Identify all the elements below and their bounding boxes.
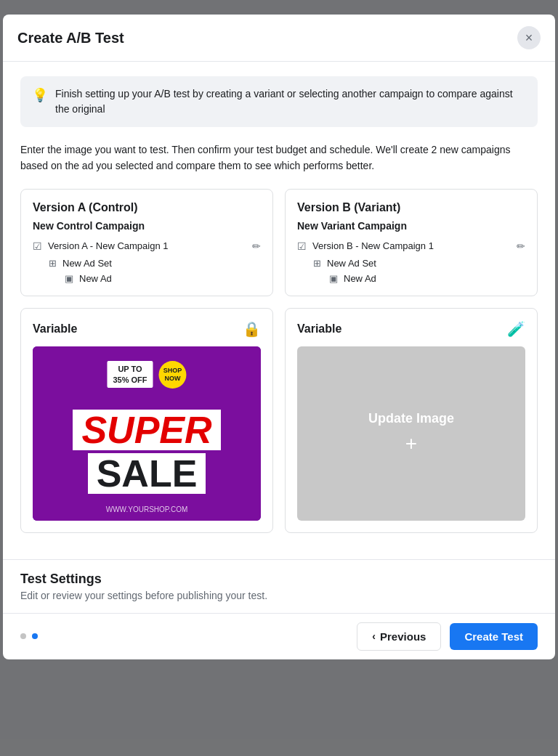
version-b-adset-label: New Ad Set — [327, 258, 376, 269]
previous-button[interactable]: ‹ Previous — [357, 622, 441, 651]
campaign-checkbox-icon-a: ☑ — [33, 240, 42, 252]
variable-grid: Variable 🔒 UP TO35% OFF SHOP NOW SUPER S… — [20, 308, 538, 533]
version-b-title: Version B (Variant) — [297, 201, 525, 214]
lightbulb-icon: 💡 — [32, 87, 48, 103]
modal-header: Create A/B Test × — [3, 15, 555, 62]
variable-a-title: Variable — [33, 322, 77, 336]
version-b-campaign-name: New Variant Campaign — [297, 220, 525, 232]
campaign-checkbox-icon-b: ☑ — [297, 240, 307, 252]
versions-grid: Version A (Control) New Control Campaign… — [20, 189, 538, 296]
update-image-button[interactable]: Update Image + — [297, 346, 525, 521]
modal-footer: ‹ Previous Create Test — [3, 613, 555, 659]
version-a-title: Version A (Control) — [33, 201, 261, 214]
description-text: Enter the image you want to test. Then c… — [20, 142, 538, 174]
version-b-adset-row: ⊞ New Ad Set — [313, 258, 525, 269]
info-banner: 💡 Finish setting up your A/B test by cre… — [20, 76, 538, 127]
plus-icon: + — [405, 432, 417, 455]
variable-a-image: UP TO35% OFF SHOP NOW SUPER SALE WWW.YOU… — [33, 346, 261, 521]
variable-a-header: Variable 🔒 — [33, 320, 261, 338]
variable-a-card: Variable 🔒 UP TO35% OFF SHOP NOW SUPER S… — [20, 308, 273, 533]
edit-icon-b[interactable]: ✏ — [517, 240, 525, 252]
version-b-ad-row: ▣ New Ad — [329, 273, 525, 284]
version-a-campaign-row: ☑ Version A - New Campaign 1 ✏ — [33, 240, 261, 252]
version-a-adset-label: New Ad Set — [62, 258, 112, 269]
modal-body: 💡 Finish setting up your A/B test by cre… — [3, 62, 555, 559]
close-button[interactable]: × — [517, 26, 541, 49]
edit-icon-a[interactable]: ✏ — [252, 240, 261, 252]
test-settings-title: Test Settings — [20, 572, 538, 587]
sale-badge: UP TO35% OFF SHOP NOW — [107, 361, 186, 389]
variable-b-title: Variable — [297, 322, 341, 336]
footer-actions: ‹ Previous Create Test — [357, 622, 538, 651]
shop-now-badge: SHOP NOW — [159, 361, 187, 389]
info-banner-text: Finish setting up your A/B test by creat… — [55, 86, 526, 117]
dot-1 — [20, 633, 26, 639]
dot-2 — [32, 633, 38, 639]
version-a-ad-label: New Ad — [79, 273, 112, 284]
sale-text: SALE — [88, 453, 206, 494]
variable-b-card: Variable 🧪 Update Image + — [285, 308, 538, 533]
update-image-text: Update Image — [368, 411, 454, 426]
pagination-dots — [20, 633, 38, 639]
lock-icon: 🔒 — [243, 320, 261, 338]
modal-title: Create A/B Test — [17, 30, 124, 46]
chevron-left-icon: ‹ — [372, 630, 376, 642]
website-text: WWW.YOURSHOP.COM — [106, 505, 188, 513]
test-settings-section: Test Settings Edit or review your settin… — [3, 559, 555, 613]
adset-icon-a: ⊞ — [49, 258, 57, 269]
variable-b-header: Variable 🧪 — [297, 320, 525, 338]
version-b-campaign-label: Version B - New Campaign 1 — [312, 240, 511, 251]
adset-icon-b: ⊞ — [313, 258, 321, 269]
version-a-campaign-label: Version A - New Campaign 1 — [48, 240, 246, 251]
sale-ad-graphic: UP TO35% OFF SHOP NOW SUPER SALE WWW.YOU… — [33, 346, 261, 521]
modal-overlay: Create A/B Test × 💡 Finish setting up yo… — [0, 0, 558, 756]
ad-icon-a: ▣ — [65, 273, 73, 284]
version-a-campaign-name: New Control Campaign — [33, 220, 261, 232]
up-to-text: UP TO35% OFF — [107, 361, 153, 388]
version-a-ad-row: ▣ New Ad — [65, 273, 261, 284]
version-a-card: Version A (Control) New Control Campaign… — [20, 189, 273, 296]
super-text: SUPER — [73, 410, 220, 450]
flask-icon: 🧪 — [507, 320, 525, 338]
previous-label: Previous — [380, 630, 426, 643]
test-settings-subtitle: Edit or review your settings before publ… — [20, 590, 538, 601]
version-a-adset-row: ⊞ New Ad Set — [49, 258, 261, 269]
version-b-card: Version B (Variant) New Variant Campaign… — [285, 189, 538, 296]
create-test-button[interactable]: Create Test — [450, 623, 538, 650]
ad-icon-b: ▣ — [329, 273, 338, 284]
version-b-ad-label: New Ad — [344, 273, 376, 284]
create-ab-test-modal: Create A/B Test × 💡 Finish setting up yo… — [3, 15, 555, 659]
version-b-campaign-row: ☑ Version B - New Campaign 1 ✏ — [297, 240, 525, 252]
